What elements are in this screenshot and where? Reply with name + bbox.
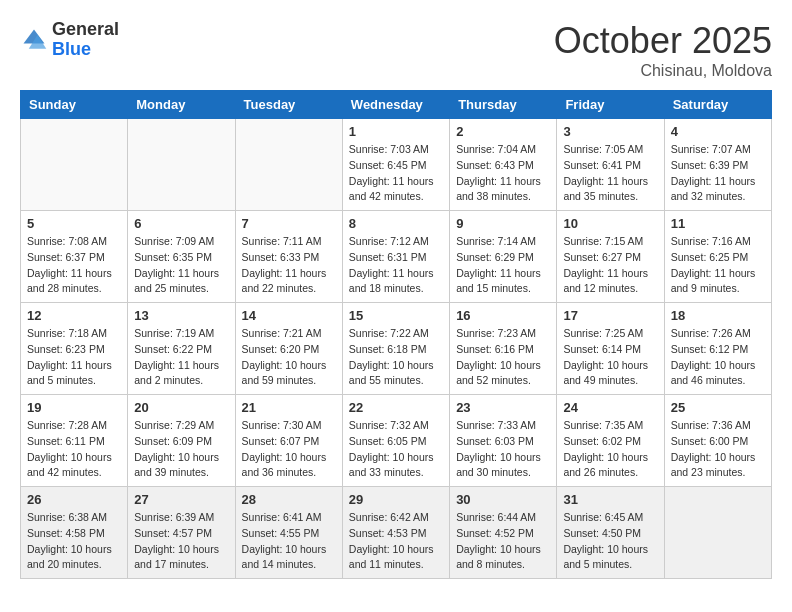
day-info: Sunrise: 7:14 AM Sunset: 6:29 PM Dayligh… xyxy=(456,234,550,297)
weekday-header-row: SundayMondayTuesdayWednesdayThursdayFrid… xyxy=(21,91,772,119)
day-number: 11 xyxy=(671,216,765,231)
calendar-cell: 17Sunrise: 7:25 AM Sunset: 6:14 PM Dayli… xyxy=(557,303,664,395)
calendar-table: SundayMondayTuesdayWednesdayThursdayFrid… xyxy=(20,90,772,579)
day-number: 18 xyxy=(671,308,765,323)
day-number: 31 xyxy=(563,492,657,507)
weekday-header-wednesday: Wednesday xyxy=(342,91,449,119)
title-block: October 2025 Chisinau, Moldova xyxy=(554,20,772,80)
weekday-header-friday: Friday xyxy=(557,91,664,119)
calendar-cell: 3Sunrise: 7:05 AM Sunset: 6:41 PM Daylig… xyxy=(557,119,664,211)
day-info: Sunrise: 7:26 AM Sunset: 6:12 PM Dayligh… xyxy=(671,326,765,389)
day-number: 3 xyxy=(563,124,657,139)
calendar-cell xyxy=(235,119,342,211)
day-number: 22 xyxy=(349,400,443,415)
calendar-cell: 28Sunrise: 6:41 AM Sunset: 4:55 PM Dayli… xyxy=(235,487,342,579)
calendar-week-row: 26Sunrise: 6:38 AM Sunset: 4:58 PM Dayli… xyxy=(21,487,772,579)
day-info: Sunrise: 7:28 AM Sunset: 6:11 PM Dayligh… xyxy=(27,418,121,481)
day-info: Sunrise: 7:30 AM Sunset: 6:07 PM Dayligh… xyxy=(242,418,336,481)
day-info: Sunrise: 6:45 AM Sunset: 4:50 PM Dayligh… xyxy=(563,510,657,573)
day-number: 6 xyxy=(134,216,228,231)
calendar-cell: 2Sunrise: 7:04 AM Sunset: 6:43 PM Daylig… xyxy=(450,119,557,211)
logo-blue: Blue xyxy=(52,40,119,60)
weekday-header-thursday: Thursday xyxy=(450,91,557,119)
day-info: Sunrise: 7:23 AM Sunset: 6:16 PM Dayligh… xyxy=(456,326,550,389)
day-number: 8 xyxy=(349,216,443,231)
weekday-header-sunday: Sunday xyxy=(21,91,128,119)
calendar-cell: 6Sunrise: 7:09 AM Sunset: 6:35 PM Daylig… xyxy=(128,211,235,303)
calendar-cell: 23Sunrise: 7:33 AM Sunset: 6:03 PM Dayli… xyxy=(450,395,557,487)
day-number: 2 xyxy=(456,124,550,139)
day-info: Sunrise: 7:22 AM Sunset: 6:18 PM Dayligh… xyxy=(349,326,443,389)
day-number: 26 xyxy=(27,492,121,507)
calendar-week-row: 12Sunrise: 7:18 AM Sunset: 6:23 PM Dayli… xyxy=(21,303,772,395)
calendar-week-row: 19Sunrise: 7:28 AM Sunset: 6:11 PM Dayli… xyxy=(21,395,772,487)
calendar-cell: 22Sunrise: 7:32 AM Sunset: 6:05 PM Dayli… xyxy=(342,395,449,487)
calendar-cell: 20Sunrise: 7:29 AM Sunset: 6:09 PM Dayli… xyxy=(128,395,235,487)
calendar-cell: 5Sunrise: 7:08 AM Sunset: 6:37 PM Daylig… xyxy=(21,211,128,303)
calendar-cell: 1Sunrise: 7:03 AM Sunset: 6:45 PM Daylig… xyxy=(342,119,449,211)
day-number: 19 xyxy=(27,400,121,415)
month-title: October 2025 xyxy=(554,20,772,62)
calendar-cell: 7Sunrise: 7:11 AM Sunset: 6:33 PM Daylig… xyxy=(235,211,342,303)
day-info: Sunrise: 7:11 AM Sunset: 6:33 PM Dayligh… xyxy=(242,234,336,297)
calendar-cell: 31Sunrise: 6:45 AM Sunset: 4:50 PM Dayli… xyxy=(557,487,664,579)
calendar-cell: 29Sunrise: 6:42 AM Sunset: 4:53 PM Dayli… xyxy=(342,487,449,579)
day-number: 27 xyxy=(134,492,228,507)
day-number: 7 xyxy=(242,216,336,231)
calendar-cell: 4Sunrise: 7:07 AM Sunset: 6:39 PM Daylig… xyxy=(664,119,771,211)
day-info: Sunrise: 6:44 AM Sunset: 4:52 PM Dayligh… xyxy=(456,510,550,573)
logo-general: General xyxy=(52,20,119,40)
calendar-cell: 25Sunrise: 7:36 AM Sunset: 6:00 PM Dayli… xyxy=(664,395,771,487)
calendar-cell: 13Sunrise: 7:19 AM Sunset: 6:22 PM Dayli… xyxy=(128,303,235,395)
day-info: Sunrise: 7:03 AM Sunset: 6:45 PM Dayligh… xyxy=(349,142,443,205)
day-info: Sunrise: 7:36 AM Sunset: 6:00 PM Dayligh… xyxy=(671,418,765,481)
day-number: 13 xyxy=(134,308,228,323)
calendar-cell: 27Sunrise: 6:39 AM Sunset: 4:57 PM Dayli… xyxy=(128,487,235,579)
day-number: 29 xyxy=(349,492,443,507)
weekday-header-monday: Monday xyxy=(128,91,235,119)
calendar-cell: 16Sunrise: 7:23 AM Sunset: 6:16 PM Dayli… xyxy=(450,303,557,395)
calendar-week-row: 5Sunrise: 7:08 AM Sunset: 6:37 PM Daylig… xyxy=(21,211,772,303)
calendar-cell: 24Sunrise: 7:35 AM Sunset: 6:02 PM Dayli… xyxy=(557,395,664,487)
calendar-cell: 19Sunrise: 7:28 AM Sunset: 6:11 PM Dayli… xyxy=(21,395,128,487)
calendar-week-row: 1Sunrise: 7:03 AM Sunset: 6:45 PM Daylig… xyxy=(21,119,772,211)
day-info: Sunrise: 7:29 AM Sunset: 6:09 PM Dayligh… xyxy=(134,418,228,481)
calendar-cell: 11Sunrise: 7:16 AM Sunset: 6:25 PM Dayli… xyxy=(664,211,771,303)
day-number: 25 xyxy=(671,400,765,415)
calendar-cell: 15Sunrise: 7:22 AM Sunset: 6:18 PM Dayli… xyxy=(342,303,449,395)
day-info: Sunrise: 7:33 AM Sunset: 6:03 PM Dayligh… xyxy=(456,418,550,481)
day-info: Sunrise: 7:04 AM Sunset: 6:43 PM Dayligh… xyxy=(456,142,550,205)
calendar-cell: 26Sunrise: 6:38 AM Sunset: 4:58 PM Dayli… xyxy=(21,487,128,579)
day-number: 4 xyxy=(671,124,765,139)
day-info: Sunrise: 7:08 AM Sunset: 6:37 PM Dayligh… xyxy=(27,234,121,297)
day-number: 14 xyxy=(242,308,336,323)
day-number: 15 xyxy=(349,308,443,323)
day-info: Sunrise: 7:05 AM Sunset: 6:41 PM Dayligh… xyxy=(563,142,657,205)
day-info: Sunrise: 7:18 AM Sunset: 6:23 PM Dayligh… xyxy=(27,326,121,389)
day-info: Sunrise: 7:15 AM Sunset: 6:27 PM Dayligh… xyxy=(563,234,657,297)
calendar-cell xyxy=(664,487,771,579)
day-info: Sunrise: 7:35 AM Sunset: 6:02 PM Dayligh… xyxy=(563,418,657,481)
day-info: Sunrise: 7:21 AM Sunset: 6:20 PM Dayligh… xyxy=(242,326,336,389)
day-number: 28 xyxy=(242,492,336,507)
calendar-cell: 9Sunrise: 7:14 AM Sunset: 6:29 PM Daylig… xyxy=(450,211,557,303)
day-number: 9 xyxy=(456,216,550,231)
day-info: Sunrise: 7:25 AM Sunset: 6:14 PM Dayligh… xyxy=(563,326,657,389)
day-number: 21 xyxy=(242,400,336,415)
calendar-cell xyxy=(21,119,128,211)
calendar-cell: 14Sunrise: 7:21 AM Sunset: 6:20 PM Dayli… xyxy=(235,303,342,395)
calendar-cell: 21Sunrise: 7:30 AM Sunset: 6:07 PM Dayli… xyxy=(235,395,342,487)
calendar-cell: 12Sunrise: 7:18 AM Sunset: 6:23 PM Dayli… xyxy=(21,303,128,395)
day-info: Sunrise: 7:12 AM Sunset: 6:31 PM Dayligh… xyxy=(349,234,443,297)
day-number: 20 xyxy=(134,400,228,415)
weekday-header-tuesday: Tuesday xyxy=(235,91,342,119)
day-number: 5 xyxy=(27,216,121,231)
day-number: 12 xyxy=(27,308,121,323)
location-subtitle: Chisinau, Moldova xyxy=(554,62,772,80)
weekday-header-saturday: Saturday xyxy=(664,91,771,119)
day-info: Sunrise: 6:42 AM Sunset: 4:53 PM Dayligh… xyxy=(349,510,443,573)
day-number: 16 xyxy=(456,308,550,323)
day-info: Sunrise: 7:19 AM Sunset: 6:22 PM Dayligh… xyxy=(134,326,228,389)
day-number: 1 xyxy=(349,124,443,139)
logo: General Blue xyxy=(20,20,119,60)
